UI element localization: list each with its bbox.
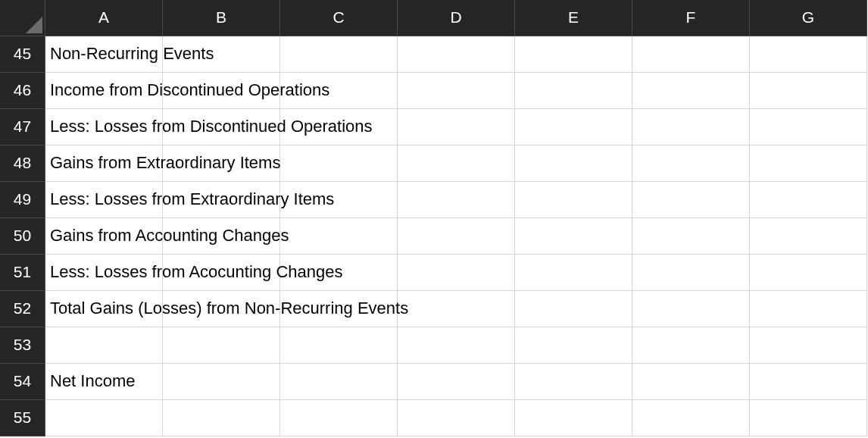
row-header-47[interactable]: 47 [0, 109, 45, 145]
cell-D48[interactable] [398, 145, 515, 182]
cell-C45[interactable] [280, 36, 398, 73]
cell-F45[interactable] [632, 36, 750, 73]
row-header-51[interactable]: 51 [0, 255, 45, 291]
select-all-triangle-icon [26, 17, 42, 33]
cell-D52[interactable] [398, 291, 515, 327]
cell-F52[interactable] [632, 291, 750, 327]
cell-E46[interactable] [515, 73, 632, 109]
row-header-45[interactable]: 45 [0, 36, 45, 73]
cell-C54[interactable] [280, 364, 398, 400]
cell-F55[interactable] [632, 400, 750, 436]
cell-F49[interactable] [632, 182, 750, 218]
cell-E47[interactable] [515, 109, 632, 145]
cell-E45[interactable] [515, 36, 632, 73]
cell-F48[interactable] [632, 145, 750, 182]
cell-A52[interactable]: Total Gains (Losses) from Non-Recurring … [45, 291, 163, 327]
row-header-46[interactable]: 46 [0, 73, 45, 109]
cell-G51[interactable] [750, 255, 867, 291]
cell-G54[interactable] [750, 364, 867, 400]
cell-E50[interactable] [515, 218, 632, 255]
row-header-54[interactable]: 54 [0, 364, 45, 400]
cell-E55[interactable] [515, 400, 632, 436]
cell-F54[interactable] [632, 364, 750, 400]
row-header-52[interactable]: 52 [0, 291, 45, 327]
cell-E48[interactable] [515, 145, 632, 182]
cell-C55[interactable] [280, 400, 398, 436]
col-header-C[interactable]: C [280, 0, 398, 36]
cell-D47[interactable] [398, 109, 515, 145]
cell-B54[interactable] [163, 364, 280, 400]
cell-A49[interactable]: Less: Losses from Extraordinary Items [45, 182, 163, 218]
cell-A45[interactable]: Non-Recurring Events [45, 36, 163, 73]
cell-A53[interactable] [45, 327, 163, 364]
svg-marker-0 [26, 17, 42, 33]
row-header-48[interactable]: 48 [0, 145, 45, 182]
cell-E53[interactable] [515, 327, 632, 364]
cell-D45[interactable] [398, 36, 515, 73]
cell-C48[interactable] [280, 145, 398, 182]
cell-A54[interactable]: Net Income [45, 364, 163, 400]
cell-A46[interactable]: Income from Discontinued Operations [45, 73, 163, 109]
cell-F50[interactable] [632, 218, 750, 255]
cell-C53[interactable] [280, 327, 398, 364]
cell-D53[interactable] [398, 327, 515, 364]
cell-D55[interactable] [398, 400, 515, 436]
cell-G45[interactable] [750, 36, 867, 73]
cell-A50[interactable]: Gains from Accounting Changes [45, 218, 163, 255]
cell-G53[interactable] [750, 327, 867, 364]
cell-G46[interactable] [750, 73, 867, 109]
cell-F47[interactable] [632, 109, 750, 145]
cell-F46[interactable] [632, 73, 750, 109]
cell-E54[interactable] [515, 364, 632, 400]
row-header-49[interactable]: 49 [0, 182, 45, 218]
row-header-50[interactable]: 50 [0, 218, 45, 255]
cell-D51[interactable] [398, 255, 515, 291]
cell-G50[interactable] [750, 218, 867, 255]
col-header-F[interactable]: F [632, 0, 750, 36]
cell-G48[interactable] [750, 145, 867, 182]
col-header-D[interactable]: D [398, 0, 515, 36]
cell-E49[interactable] [515, 182, 632, 218]
col-header-B[interactable]: B [163, 0, 280, 36]
col-header-A[interactable]: A [45, 0, 163, 36]
cell-E51[interactable] [515, 255, 632, 291]
cell-A55[interactable] [45, 400, 163, 436]
cell-G55[interactable] [750, 400, 867, 436]
cell-G49[interactable] [750, 182, 867, 218]
cell-D46[interactable] [398, 73, 515, 109]
spreadsheet-grid: A B C D E F G 45 Non-Recurring Events 46… [0, 0, 868, 436]
cell-B53[interactable] [163, 327, 280, 364]
col-header-E[interactable]: E [515, 0, 632, 36]
cell-B55[interactable] [163, 400, 280, 436]
cell-E52[interactable] [515, 291, 632, 327]
cell-G52[interactable] [750, 291, 867, 327]
cell-C50[interactable] [280, 218, 398, 255]
cell-G47[interactable] [750, 109, 867, 145]
cell-D49[interactable] [398, 182, 515, 218]
cell-A47[interactable]: Less: Losses from Discontinued Operation… [45, 109, 163, 145]
cell-F51[interactable] [632, 255, 750, 291]
row-header-53[interactable]: 53 [0, 327, 45, 364]
select-all-corner[interactable] [0, 0, 45, 36]
cell-A51[interactable]: Less: Losses from Acocunting Changes [45, 255, 163, 291]
col-header-G[interactable]: G [750, 0, 867, 36]
cell-A48[interactable]: Gains from Extraordinary Items [45, 145, 163, 182]
cell-D50[interactable] [398, 218, 515, 255]
row-header-55[interactable]: 55 [0, 400, 45, 436]
cell-D54[interactable] [398, 364, 515, 400]
cell-F53[interactable] [632, 327, 750, 364]
